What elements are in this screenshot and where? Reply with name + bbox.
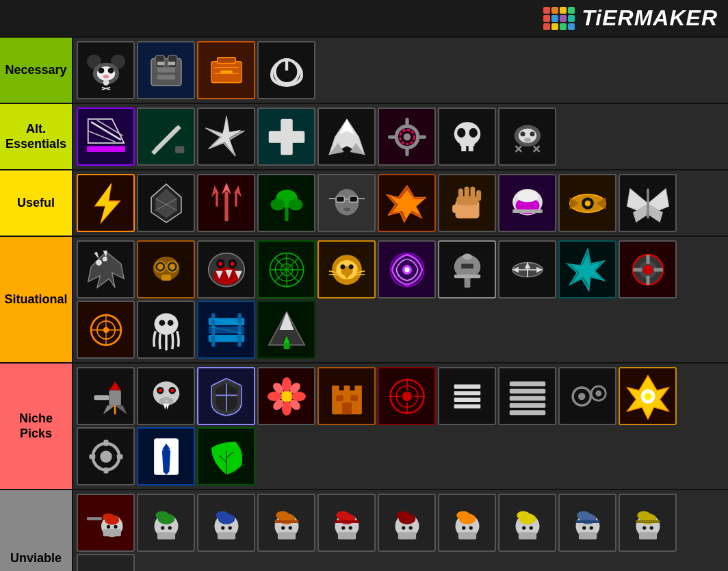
svg-rect-18 [168, 61, 175, 64]
icon-svg [82, 246, 130, 294]
svg-rect-378 [638, 532, 656, 540]
icon-svg [82, 306, 130, 354]
item-ae8 [498, 107, 556, 166]
tier-row-unviable: Unviable [0, 490, 728, 571]
svg-rect-271 [454, 384, 480, 388]
item-np11 [77, 427, 135, 485]
icon-svg [142, 113, 190, 161]
icon-svg [142, 306, 190, 354]
svg-point-68 [530, 131, 534, 136]
svg-point-290 [644, 392, 651, 400]
item-s6 [378, 240, 436, 299]
icon-svg [203, 499, 250, 547]
svg-point-376 [637, 511, 650, 519]
svg-point-363 [522, 526, 525, 529]
icon-svg [383, 246, 431, 294]
icon-svg [443, 372, 491, 420]
item-s4 [257, 240, 315, 299]
svg-point-339 [336, 511, 349, 519]
svg-rect-180 [461, 264, 473, 268]
svg-rect-341 [337, 532, 355, 540]
icon-svg [383, 372, 431, 420]
svg-rect-381 [82, 559, 130, 572]
svg-point-356 [462, 526, 465, 529]
svg-point-5 [98, 67, 104, 73]
svg-point-335 [288, 526, 291, 529]
icon-svg [142, 47, 190, 94]
svg-rect-377 [636, 520, 660, 522]
svg-rect-107 [458, 188, 463, 201]
item-s5 [317, 240, 376, 299]
logo-dot [560, 23, 567, 30]
svg-rect-53 [405, 147, 408, 155]
svg-point-293 [100, 451, 112, 463]
svg-rect-258 [342, 402, 352, 414]
icon-svg [203, 179, 250, 227]
item-ae2 [137, 107, 195, 166]
icon-svg [203, 47, 250, 94]
item-np7 [438, 367, 496, 425]
item-uv8 [498, 494, 556, 552]
item-s10 [619, 240, 677, 299]
svg-point-209 [167, 320, 173, 326]
tier-label-useful: Useful [0, 170, 72, 236]
svg-point-347 [396, 511, 409, 519]
tier-content-situational [72, 237, 728, 362]
tier-row-niche-picks: Niche Picks [0, 364, 728, 490]
tier-content-necessary [72, 38, 728, 103]
item-u5 [317, 174, 376, 232]
svg-rect-83 [224, 191, 228, 221]
icon-svg [624, 179, 672, 227]
svg-rect-16 [157, 75, 174, 79]
icon-svg [203, 433, 250, 481]
item-uv6 [378, 494, 436, 552]
item-uv5 [317, 494, 376, 552]
tier-row-useful: Useful [0, 170, 728, 237]
logo-dot [551, 23, 558, 30]
tier-content-niche-picks [72, 364, 728, 489]
svg-rect-110 [476, 190, 481, 201]
svg-rect-21 [217, 57, 235, 63]
item-np4 [257, 367, 315, 425]
item-uv10 [619, 494, 677, 552]
svg-rect-52 [405, 118, 408, 127]
svg-rect-256 [343, 385, 350, 393]
svg-rect-179 [454, 275, 480, 278]
icon-svg [323, 179, 371, 227]
item-u3 [197, 174, 255, 232]
svg-rect-297 [116, 454, 122, 459]
logo-grid [543, 7, 575, 30]
svg-rect-280 [509, 410, 545, 415]
svg-point-371 [582, 526, 586, 529]
logo-dot [568, 15, 575, 22]
svg-point-368 [577, 511, 590, 519]
logo-dot [551, 15, 558, 22]
logo-dot [568, 23, 575, 30]
svg-rect-257 [354, 385, 362, 393]
tier-label-situational: Situational [0, 237, 72, 362]
icon-svg [564, 179, 612, 227]
svg-point-69 [523, 137, 531, 142]
icon-svg [82, 433, 130, 481]
svg-point-131 [96, 259, 102, 266]
tier-row-alt-essentials: Alt. Essentials [0, 104, 728, 170]
icon-svg [203, 246, 250, 294]
svg-point-152 [231, 262, 234, 265]
item-s2 [137, 240, 195, 299]
item-np10 [619, 367, 677, 425]
svg-rect-273 [454, 397, 480, 401]
svg-point-199 [643, 265, 653, 275]
item-u8 [498, 174, 556, 232]
svg-rect-221 [283, 343, 289, 349]
svg-point-379 [642, 526, 646, 529]
item-u4 [257, 174, 315, 232]
svg-point-310 [102, 513, 114, 521]
svg-rect-36 [175, 146, 184, 153]
svg-point-145 [213, 266, 239, 284]
tier-label-necessary: Necessary [0, 38, 72, 103]
svg-rect-63 [460, 142, 474, 145]
icon-svg [624, 372, 672, 420]
header: TiERMAKER [0, 0, 728, 38]
svg-rect-29 [87, 146, 125, 152]
svg-point-343 [348, 526, 352, 529]
